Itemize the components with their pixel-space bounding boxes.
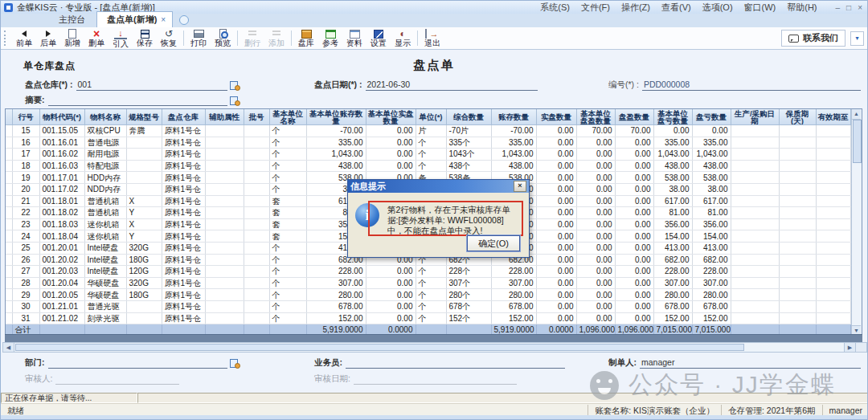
menu-system[interactable]: 系统(S) xyxy=(540,2,570,14)
row-indicator[interactable] xyxy=(6,277,12,289)
grid-cell[interactable]: 0.00 xyxy=(615,242,653,254)
grid-cell[interactable]: 耐用电源 xyxy=(84,149,126,161)
grid-cell[interactable] xyxy=(731,218,779,230)
grid-cell[interactable]: 0.00 xyxy=(536,125,576,137)
grid-cell[interactable] xyxy=(779,125,816,137)
grid-cell[interactable] xyxy=(126,160,162,172)
grid-cell[interactable] xyxy=(816,218,850,230)
grid-cell[interactable] xyxy=(816,289,850,301)
grid-cell[interactable]: 152个 xyxy=(446,312,491,324)
column-header[interactable]: 基本单位盘盈数量 xyxy=(576,109,615,125)
column-header[interactable]: 实盘数量 xyxy=(536,109,576,125)
grid-cell[interactable]: 0.00 xyxy=(536,266,576,278)
number-input[interactable]: PDD000008 xyxy=(642,80,861,91)
grid-cell[interactable]: 0.00 xyxy=(576,195,615,207)
grid-cell[interactable]: 个 xyxy=(269,160,306,172)
grid-cell[interactable]: 0.00 xyxy=(615,254,653,266)
grid-cell[interactable]: 0.00 xyxy=(615,137,653,149)
grid-cell[interactable] xyxy=(816,172,850,184)
grid-cell[interactable]: NDD内存 xyxy=(84,183,126,195)
grid-cell[interactable] xyxy=(816,183,850,195)
grid-cell[interactable]: 0.00 xyxy=(576,160,615,172)
grid-cell[interactable]: 个 xyxy=(269,312,306,324)
grid-cell[interactable]: 335.00 xyxy=(306,137,366,149)
grid-cell[interactable]: 307个 xyxy=(446,277,491,289)
grid-cell[interactable]: 个 xyxy=(416,266,446,278)
dialog-close-button[interactable]: × xyxy=(514,181,526,192)
grid-cell[interactable]: 0.00 xyxy=(536,218,576,230)
grid-cell[interactable]: 0.00 xyxy=(536,172,576,184)
grid-cell[interactable]: 0.00 xyxy=(576,218,615,230)
grid-cell[interactable] xyxy=(731,289,779,301)
grid-cell[interactable]: 个 xyxy=(269,137,306,149)
grid-cell[interactable]: 0.00 xyxy=(615,195,653,207)
grid-cell[interactable]: 617.00 xyxy=(692,195,731,207)
grid-cell[interactable]: 0.00 xyxy=(576,312,615,324)
grid-cell[interactable]: 22 xyxy=(12,207,39,219)
dialog-ok-button[interactable]: 确定(O) xyxy=(467,235,520,251)
grid-cell[interactable]: 438.00 xyxy=(306,160,366,172)
grid-cell[interactable] xyxy=(731,125,779,137)
grid-cell[interactable] xyxy=(244,312,269,324)
grid-cell[interactable]: 538.00 xyxy=(692,172,731,184)
grid-cell[interactable]: 特配电源 xyxy=(84,160,126,172)
grid-cell[interactable] xyxy=(779,160,816,172)
grid-cell[interactable]: 0.00 xyxy=(615,183,653,195)
grid-cell[interactable]: 个 xyxy=(269,172,306,184)
grid-cell[interactable]: 0.00 xyxy=(536,230,576,243)
grid-cell[interactable]: 154.00 xyxy=(692,230,731,243)
grid-cell[interactable]: 1,043.00 xyxy=(692,149,731,161)
column-header[interactable]: 批号 xyxy=(244,109,269,125)
horizontal-scroll-thumb[interactable] xyxy=(15,344,744,351)
grid-cell[interactable]: 228个 xyxy=(446,266,491,278)
grid-cell[interactable] xyxy=(816,254,850,266)
grid-cell[interactable]: 228.00 xyxy=(653,266,692,278)
grid-cell[interactable]: -70片 xyxy=(446,125,491,137)
grid-cell[interactable] xyxy=(126,149,162,161)
menu-operate[interactable]: 操作(Z) xyxy=(621,2,650,14)
grid-cell[interactable]: 438.00 xyxy=(692,160,731,172)
grid-cell[interactable]: 0.00 xyxy=(366,125,416,137)
grid-cell[interactable] xyxy=(205,242,244,254)
grid-cell[interactable]: 335个 xyxy=(446,137,491,149)
grid-cell[interactable]: 001.18.04 xyxy=(39,230,84,243)
grid-cell[interactable]: 0.00 xyxy=(536,277,576,289)
grid-cell[interactable] xyxy=(126,300,162,312)
grid-cell[interactable] xyxy=(779,300,816,312)
grid-cell[interactable] xyxy=(731,230,779,243)
menu-view[interactable]: 查看(V) xyxy=(661,2,691,14)
column-header[interactable]: 保质期(天) xyxy=(779,109,816,125)
menu-help[interactable]: 帮助(H) xyxy=(787,2,817,14)
grid-cell[interactable] xyxy=(779,312,816,324)
info-button[interactable]: 资料 xyxy=(342,28,366,48)
grid-cell[interactable]: 682.00 xyxy=(653,254,692,266)
grid-cell[interactable]: 0.00 xyxy=(576,137,615,149)
grid-cell[interactable]: 原料1号仓 xyxy=(162,160,205,172)
grid-cell[interactable]: 原料1号仓 xyxy=(162,312,205,324)
grid-cell[interactable]: 617.00 xyxy=(653,195,692,207)
grid-cell[interactable] xyxy=(244,195,269,207)
grid-cell[interactable]: -70.00 xyxy=(306,125,366,137)
grid-cell[interactable]: Y xyxy=(126,207,162,219)
grid-cell[interactable]: 678.00 xyxy=(306,300,366,312)
grid-cell[interactable] xyxy=(244,207,269,219)
grid-cell[interactable]: 0.00 xyxy=(536,137,576,149)
grid-cell[interactable]: 0.00 xyxy=(615,160,653,172)
grid-cell[interactable]: 0.00 xyxy=(615,230,653,243)
grid-cell[interactable]: 普通机箱 xyxy=(84,195,126,207)
vertical-scrollbar[interactable]: ▲ ▼ xyxy=(851,109,862,336)
column-header[interactable]: 基本单位实盘数量 xyxy=(366,109,416,125)
grid-cell[interactable]: 1,043.00 xyxy=(491,149,536,161)
grid-cell[interactable] xyxy=(731,160,779,172)
grid-cell[interactable]: 18 xyxy=(12,160,39,172)
row-indicator[interactable] xyxy=(6,266,12,278)
grid-cell[interactable] xyxy=(731,137,779,149)
grid-cell[interactable]: 0.00 xyxy=(576,300,615,312)
grid-cell[interactable]: 001.15.05 xyxy=(39,125,84,137)
grid-cell[interactable] xyxy=(205,137,244,149)
grid-cell[interactable]: 001.20.01 xyxy=(39,242,84,254)
grid-cell[interactable]: 0.00 xyxy=(692,125,731,137)
row-indicator[interactable] xyxy=(6,125,12,137)
grid-cell[interactable]: 228.00 xyxy=(692,266,731,278)
grid-cell[interactable]: 228.00 xyxy=(491,266,536,278)
